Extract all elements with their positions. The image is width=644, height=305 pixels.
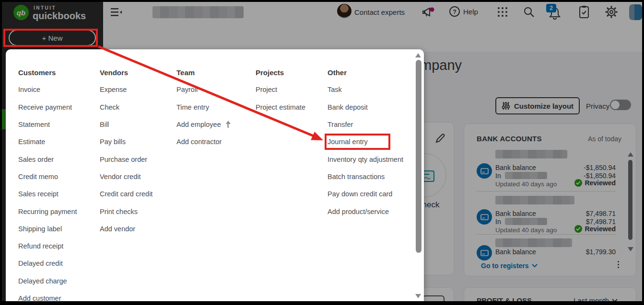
menu-item-time-entry[interactable]: Time entry [176, 99, 232, 116]
menu-item-credit-card-credit[interactable]: Credit card credit [100, 185, 152, 203]
menu-item-shipping-label[interactable]: Shipping label [18, 220, 77, 237]
menu-item-inventory-qty-adjustment[interactable]: Inventory qty adjustment [328, 150, 403, 168]
menu-item-purchase-order[interactable]: Purchase order [100, 150, 152, 168]
menu-column-vendors: Vendors Expense Check Bill Pay bills Pur… [100, 64, 152, 237]
menu-scrollbar-thumb[interactable] [416, 60, 422, 253]
menu-column-customers: Customers Invoice Receive payment Statem… [18, 64, 77, 301]
annotation-box-journal-entry [325, 134, 390, 150]
menu-column-team: Team Payroll Time entry Add employee Add… [176, 64, 232, 150]
menu-item-project[interactable]: Project [256, 81, 305, 98]
menu-header-customers: Customers [18, 64, 77, 81]
menu-item-transfer[interactable]: Transfer [328, 116, 403, 133]
menu-item-payroll[interactable]: Payroll [176, 81, 232, 98]
scroll-up-icon[interactable] [415, 53, 421, 57]
new-menu-popup: Customers Invoice Receive payment Statem… [6, 49, 424, 301]
menu-item-bill[interactable]: Bill [100, 116, 152, 133]
menu-item-sales-receipt[interactable]: Sales receipt [18, 185, 77, 203]
menu-item-estimate[interactable]: Estimate [18, 133, 77, 150]
menu-header-vendors: Vendors [100, 64, 152, 81]
menu-header-other: Other [328, 64, 403, 81]
menu-item-refund-receipt[interactable]: Refund receipt [18, 237, 77, 255]
menu-item-batch-transactions[interactable]: Batch transactions [328, 168, 403, 185]
menu-item-project-estimate[interactable]: Project estimate [256, 99, 305, 116]
menu-item-add-customer[interactable]: Add customer [18, 290, 77, 301]
menu-header-team: Team [176, 64, 232, 81]
menu-item-task[interactable]: Task [328, 81, 403, 98]
menu-item-statement[interactable]: Statement [18, 116, 77, 133]
menu-item-print-checks[interactable]: Print checks [100, 203, 152, 220]
menu-item-add-contractor[interactable]: Add contractor [176, 133, 232, 150]
annotation-box-new-button [3, 29, 98, 47]
menu-item-vendor-credit[interactable]: Vendor credit [100, 168, 152, 185]
screenshot-root: qb INTUIT quickbooks + New Contact exper… [0, 0, 644, 305]
menu-item-bank-deposit[interactable]: Bank deposit [328, 99, 403, 116]
menu-header-projects: Projects [256, 64, 305, 81]
menu-item-pay-down-credit-card[interactable]: Pay down credit card [328, 185, 403, 203]
menu-item-delayed-credit[interactable]: Delayed credit [18, 255, 77, 272]
menu-item-add-employee[interactable]: Add employee [176, 116, 232, 133]
menu-item-check[interactable]: Check [100, 99, 152, 116]
menu-item-delayed-charge[interactable]: Delayed charge [18, 272, 77, 290]
menu-item-expense[interactable]: Expense [100, 81, 152, 98]
menu-item-add-vendor[interactable]: Add vendor [100, 220, 152, 237]
menu-item-add-product-service[interactable]: Add product/service [328, 203, 403, 220]
menu-item-receive-payment[interactable]: Receive payment [18, 99, 77, 116]
payroll-upgrade-arrow-icon [225, 121, 232, 128]
menu-item-invoice[interactable]: Invoice [18, 81, 77, 98]
menu-item-sales-order[interactable]: Sales order [18, 150, 77, 168]
scroll-down-icon[interactable] [415, 294, 421, 298]
menu-item-recurring-payment[interactable]: Recurring payment [18, 203, 77, 220]
menu-item-credit-memo[interactable]: Credit memo [18, 168, 77, 185]
menu-column-projects: Projects Project Project estimate [256, 64, 305, 116]
menu-item-pay-bills[interactable]: Pay bills [100, 133, 152, 150]
